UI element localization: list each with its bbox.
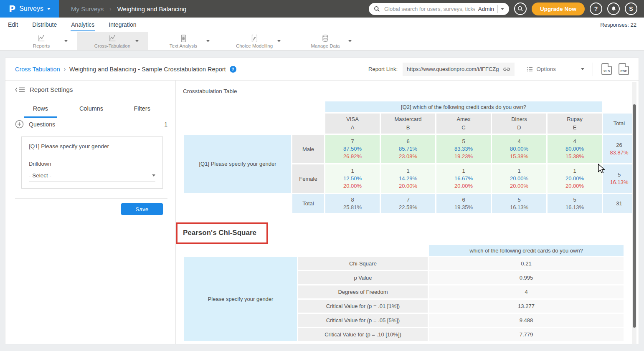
chevron-down-icon[interactable] [501, 8, 504, 10]
app-logo[interactable]: P Surveys [0, 0, 59, 18]
breadcrumb-separator: › [64, 66, 66, 72]
line-chart-icon [36, 34, 46, 43]
breadcrumb: My Surveys › Weighting and Balancing [71, 5, 186, 13]
report-url-box[interactable]: https://www.questionpro.com/t/lFFCZg [403, 63, 515, 76]
account-button[interactable]: S [625, 3, 637, 15]
search-button[interactable] [514, 3, 527, 15]
spacer-cell [184, 101, 324, 112]
nav-item-edit[interactable]: Edit [8, 18, 18, 31]
help-icon[interactable]: ? [230, 66, 236, 73]
content-area: Cross Tabulation › Weighting and Balanci… [0, 51, 644, 351]
crosstab-total-cell: 619.35% [436, 194, 491, 213]
cross-tabulation-link[interactable]: Cross Tabulation [15, 66, 60, 73]
collapse-panel-icon[interactable] [15, 86, 25, 93]
upgrade-now-button[interactable]: Upgrade Now [532, 3, 585, 15]
crosstab-column-header: VISAA [325, 114, 380, 134]
cell-row-percent: 20.00% [381, 183, 435, 189]
tab-rows[interactable]: Rows [15, 101, 66, 117]
crosstab-column-header: AmexC [436, 114, 491, 134]
settings-title: Report Settings [30, 86, 73, 93]
pdf-icon: PDF [621, 69, 627, 73]
questions-section: Questions 1 [15, 120, 167, 129]
cell-column-percent: 80.00% [492, 146, 546, 152]
crosstab-cell: 787.50%26.92% [325, 135, 380, 163]
tab-cross-tabulation[interactable]: Cross-Tabulation [77, 32, 148, 50]
cell-count: 5 [548, 197, 601, 203]
crosstab-total-cell: 516.13% [492, 194, 546, 213]
column-name: Amex [437, 115, 490, 124]
search-input[interactable] [383, 5, 476, 13]
chevron-down-icon[interactable] [64, 40, 68, 42]
column-code: E [548, 124, 601, 132]
database-icon [320, 34, 330, 43]
cell-column-percent: 12.50% [326, 175, 379, 182]
tab-label: Text Analysis [170, 43, 197, 48]
tab-reports[interactable]: Reports [6, 32, 77, 50]
chi-square-heading: Pearson's Chi-Square [183, 229, 256, 237]
export-pdf-button[interactable]: PDF [619, 63, 629, 75]
help-button[interactable]: ? [590, 3, 602, 15]
add-question-icon[interactable] [15, 120, 24, 129]
column-name: Rupay [548, 115, 601, 124]
tab-label: Choice Modelling [236, 43, 273, 48]
scrollbar-thumb[interactable] [633, 104, 636, 328]
tab-columns[interactable]: Columns [66, 101, 117, 117]
topbar: P Surveys My Surveys › Weighting and Bal… [0, 0, 644, 18]
crosstab-cell: 116.67%20.00% [436, 164, 491, 193]
cell-count: 6 [381, 138, 435, 144]
chi-square-stat-value: 0.995 [429, 271, 624, 284]
chevron-down-icon [581, 68, 584, 70]
tab-text-analysis[interactable]: Text Analysis [148, 32, 219, 50]
search-scope-selector[interactable]: Admin [478, 6, 494, 12]
column-code: A [326, 124, 379, 132]
chevron-down-icon[interactable] [277, 40, 281, 42]
crosstab-cell: 480.00%15.38% [492, 135, 546, 163]
questions-label[interactable]: Questions [29, 121, 55, 128]
report-main: Crosstabulation Table [Q2] which of the … [176, 81, 639, 344]
nav-item-integration[interactable]: Integration [108, 18, 137, 31]
chevron-down-icon[interactable] [135, 40, 139, 42]
tab-filters[interactable]: Filters [117, 101, 167, 117]
breadcrumb-my-surveys[interactable]: My Surveys [71, 5, 104, 13]
drilldown-select[interactable]: - Select - [29, 172, 155, 182]
chi-square-stat-value: 0.21 [429, 257, 624, 270]
save-button[interactable]: Save [121, 203, 163, 215]
options-menu[interactable]: Options [527, 66, 584, 72]
chi-square-stat-value: 4 [429, 285, 624, 298]
crosstab-total-row-label: Total [292, 194, 324, 213]
crosstab-row-group-header: [Q1] Please specify your gender [184, 135, 291, 193]
responses-count: Responses: 22 [600, 22, 636, 28]
divider [15, 198, 167, 199]
cell-column-percent: 16.67% [437, 175, 490, 182]
chevron-down-icon [152, 174, 155, 177]
search-icon [374, 6, 380, 12]
crosstab-cell: 480.00%15.38% [548, 135, 602, 163]
crosstab-cell: 120.00%20.00% [492, 164, 546, 193]
vertical-scrollbar[interactable] [632, 82, 636, 344]
nav-item-distribute[interactable]: Distribute [32, 18, 57, 31]
crosstab-column-group-header: [Q2] which of the following credit cards… [325, 101, 602, 112]
crosstab-cell: 583.33%19.23% [436, 135, 491, 163]
cell-percent: 22.58% [381, 204, 435, 210]
column-code: C [437, 124, 490, 132]
chevron-down-icon[interactable] [206, 40, 210, 42]
crosstab-cell: 685.71%23.08% [381, 135, 435, 163]
global-search: Admin [369, 3, 509, 15]
divider [497, 5, 498, 13]
export-xls-button[interactable]: XLS [601, 63, 612, 75]
column-name: Diners [492, 115, 546, 124]
nav-item-analytics[interactable]: Analytics [71, 18, 95, 31]
notifications-button[interactable] [607, 3, 620, 15]
tab-choice-modelling[interactable]: Choice Modelling [219, 32, 290, 50]
question-card[interactable]: [Q1] Please specify your gender Drilldow… [21, 136, 163, 189]
column-code: B [381, 124, 435, 132]
question-mark-icon: ? [594, 5, 598, 12]
cell-count: 5 [603, 172, 635, 178]
crosstab-total-cell: 722.58% [381, 194, 435, 213]
cell-row-percent: 19.23% [437, 153, 490, 159]
chevron-down-icon[interactable] [348, 40, 352, 42]
scatter-chart-icon [249, 34, 259, 43]
tab-manage-data[interactable]: Manage Data [290, 32, 361, 50]
cell-count: 1 [548, 168, 601, 174]
cell-count: 5 [437, 138, 490, 144]
